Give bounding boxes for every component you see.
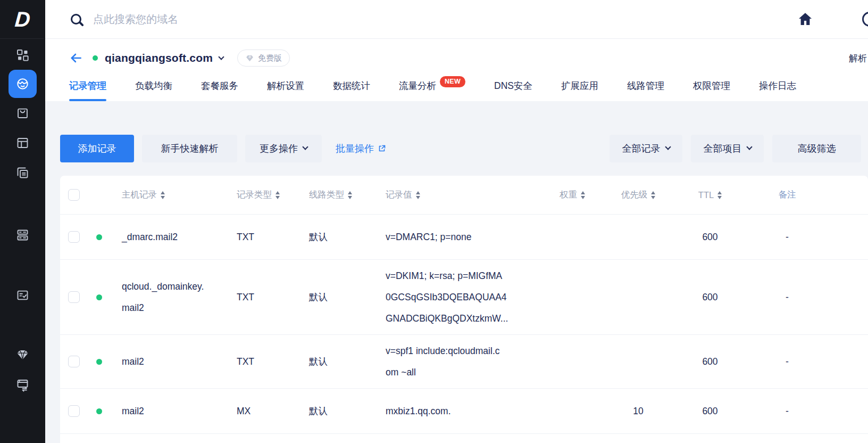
tab-label: DNS安全 [494,79,532,92]
batch-actions-link[interactable]: 批量操作 [336,142,386,155]
column-header-remark[interactable]: 备注 [747,189,827,201]
tab-DNS安全[interactable]: DNS安全 [494,79,532,101]
batch-actions-label: 批量操作 [336,142,374,155]
advanced-filter-button[interactable]: 高级筛选 [772,135,861,162]
host-record-cell: mail2 [122,351,237,372]
sidebar-item-tasks[interactable] [14,286,31,303]
column-header-host[interactable]: 主机记录 [122,189,237,201]
row-checkbox[interactable] [68,356,80,367]
vip-diamond-icon [15,348,30,362]
header-right-text[interactable]: 解析 [849,52,867,64]
sidebar-item-transfer[interactable] [14,376,31,393]
tab-label: 数据统计 [333,79,370,92]
record-status-dot [96,359,102,365]
tab-套餐服务[interactable]: 套餐服务 [201,79,238,101]
column-header-type[interactable]: 记录类型 [237,189,309,201]
column-header-priority[interactable]: 优先级 [604,189,673,201]
tab-流量分析[interactable]: 流量分析 NEW [399,79,465,101]
sort-icon[interactable] [161,191,165,199]
all-records-filter-button[interactable]: 全部记录 [610,135,682,162]
tab-权限管理[interactable]: 权限管理 [693,79,730,101]
task-check-icon [15,288,30,302]
record-type-cell: MX [237,406,309,417]
record-value-cell: mxbiz1.qq.com. [386,400,541,422]
app-logo[interactable]: D [0,0,47,39]
column-header-ttl[interactable]: TTL [673,190,747,200]
host-record-cell: qcloud._domainkey.mail2 [122,276,237,318]
new-badge: NEW [440,76,465,87]
sidebar-nav [0,39,45,393]
record-status-dot [96,294,102,300]
tab-bar: 记录管理 负载均衡 套餐服务 解析设置 数据统计 流量分析 NEW DNS安全 … [45,73,868,101]
column-header-weight[interactable]: 权重 [541,189,604,201]
record-status-dot [96,234,102,240]
sidebar-item-console[interactable] [14,46,31,63]
select-all-checkbox[interactable] [68,189,80,201]
chevron-down-icon [746,144,752,150]
sort-icon[interactable] [651,191,655,199]
host-record-cell: _dmarc.mail2 [122,226,237,248]
all-projects-filter-button[interactable]: 全部项目 [691,135,764,162]
sidebar-item-market[interactable] [14,104,31,121]
tab-解析设置[interactable]: 解析设置 [267,79,304,101]
table-row: mail2 TXT 默认 v=spf1 include:qcloudmail.c… [60,334,868,388]
tab-操作日志[interactable]: 操作日志 [759,79,796,101]
table-row: _dmarc.mail2 TXT 默认 v=DMARC1; p=none 600… [60,214,868,259]
tab-数据统计[interactable]: 数据统计 [333,79,370,101]
row-checkbox[interactable] [68,291,80,303]
window-switch-icon [15,378,30,392]
globe-icon [15,77,30,91]
record-value-cell: v=DKIM1; k=rsa; p=MIGfMA0GCSqGSIb3DQEBAQ… [386,265,541,329]
toolbar-filters: 全部记录 全部项目 高级筛选 [610,135,861,162]
toolbar: 添加记录 新手快速解析 更多操作 批量操作 全部记录 [60,135,861,162]
domain-header: qiangqiangsoft.com D 免费版 解析 记录管理 负载均衡 套餐… [45,39,868,101]
tab-负载均衡[interactable]: 负载均衡 [135,79,172,101]
remark-cell: - [747,292,827,303]
plan-badge[interactable]: D 免费版 [237,50,290,67]
home-icon[interactable] [797,11,813,27]
sidebar-item-domains[interactable] [9,70,37,98]
tab-label: 操作日志 [759,79,796,92]
back-arrow-icon[interactable] [69,51,83,65]
record-status-dot [96,408,102,414]
help-circle-icon[interactable] [862,12,868,27]
tab-线路管理[interactable]: 线路管理 [627,79,664,101]
record-type-cell: TXT [237,292,309,303]
table-header-row: 主机记录 记录类型 线路类型 记录值 权重 优先级 TTL [60,176,868,214]
sort-icon[interactable] [416,191,420,199]
row-checkbox[interactable] [68,405,80,417]
sidebar-item-packages[interactable] [14,226,31,243]
remark-cell: - [747,356,827,367]
row-checkbox[interactable] [68,231,80,243]
sidebar-item-batch[interactable] [14,164,31,181]
tab-记录管理[interactable]: 记录管理 [69,79,106,101]
sort-icon[interactable] [348,191,352,199]
sidebar-item-console-pages[interactable] [14,134,31,151]
line-type-cell: 默认 [309,291,386,303]
tab-扩展应用[interactable]: 扩展应用 [561,79,598,101]
line-type-cell: 默认 [309,231,386,243]
column-header-value[interactable]: 记录值 [386,189,541,201]
add-record-button[interactable]: 添加记录 [60,135,134,162]
domain-row: qiangqiangsoft.com D 免费版 解析 [45,39,868,73]
sort-icon[interactable] [717,191,722,199]
browser-layout-icon [15,136,30,150]
chevron-down-icon [302,144,308,150]
tab-label: 流量分析 [399,79,436,92]
ttl-cell: 600 [673,292,747,303]
more-actions-button[interactable]: 更多操作 [245,135,322,162]
host-record-cell: mail2 [122,400,237,422]
domain-chevron-down-icon[interactable] [218,54,224,60]
apps-grid-icon [15,48,30,62]
tab-label: 解析设置 [267,79,304,92]
table-row-partial [60,433,868,443]
domain-search-input[interactable] [93,13,423,26]
sidebar-item-vip[interactable] [14,346,31,363]
sort-icon[interactable] [276,191,280,199]
tab-label: 线路管理 [627,79,664,92]
sort-icon[interactable] [581,191,585,199]
quick-resolve-button[interactable]: 新手快速解析 [142,135,237,162]
column-header-line[interactable]: 线路类型 [309,189,386,201]
more-actions-label: 更多操作 [260,142,298,155]
domain-name[interactable]: qiangqiangsoft.com [105,52,213,64]
